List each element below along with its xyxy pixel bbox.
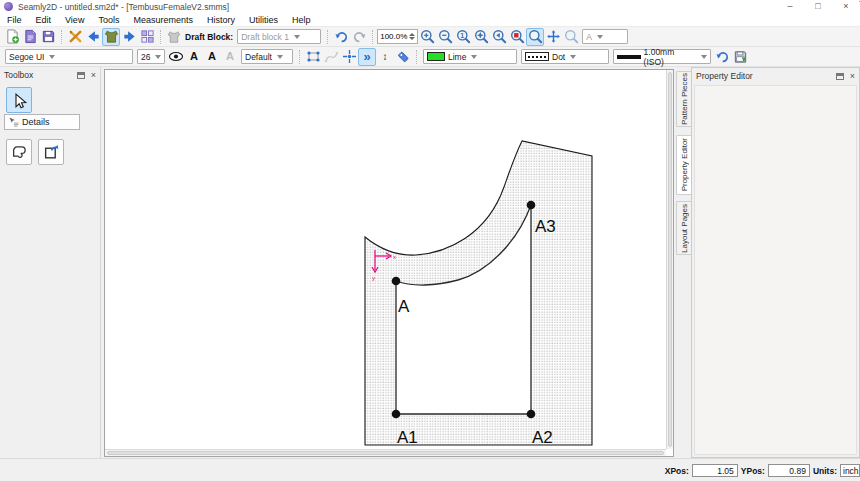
float-dock-icon[interactable]: [836, 73, 844, 80]
new-file-button[interactable]: [3, 28, 21, 46]
open-file-button[interactable]: [21, 28, 39, 46]
scrollbar-thumb[interactable]: [107, 451, 664, 455]
point-A2-label[interactable]: A2: [532, 428, 553, 447]
undo-button[interactable]: [332, 28, 350, 46]
toolbar-separator: [416, 50, 417, 64]
property-editor-title: Property Editor: [696, 71, 753, 81]
file-toolbar: Draft Block: Draft block 1 100.0% 1 A: [0, 27, 860, 47]
point-A3[interactable]: [527, 201, 536, 210]
axis-y-label: y: [372, 275, 375, 281]
menu-measurements[interactable]: Measurements: [126, 13, 200, 27]
draft-block-select[interactable]: Draft block 1: [237, 29, 321, 44]
reset-arrow-icon: [715, 49, 730, 64]
curve-details-button[interactable]: [322, 48, 340, 66]
canvas-horizontal-scrollbar[interactable]: [105, 449, 666, 456]
close-dock-icon[interactable]: ×: [91, 71, 96, 80]
property-tag-button[interactable]: [394, 48, 412, 66]
details-button[interactable]: Details: [4, 114, 80, 130]
menu-view[interactable]: View: [58, 13, 91, 27]
layout-icon: [140, 29, 155, 44]
zoom-spinner[interactable]: 100.0%: [377, 29, 418, 44]
scrollbar-thumb[interactable]: [668, 72, 672, 447]
line-weight-select[interactable]: 1.00mm (ISO): [613, 49, 711, 64]
chevron-down-icon: [49, 55, 55, 59]
property-editor-dock: Property Editor ×: [691, 67, 860, 458]
point-A3-label[interactable]: A3: [535, 217, 556, 236]
arrow-pointer-tool[interactable]: [6, 87, 32, 113]
spin-up-icon[interactable]: [409, 33, 415, 36]
close-dock-icon[interactable]: ×: [850, 72, 855, 81]
font-family-select[interactable]: Segoe UI: [5, 49, 133, 64]
maximize-button[interactable]: □: [804, 0, 832, 13]
save-defaults-button[interactable]: [731, 48, 749, 66]
menu-utilities[interactable]: Utilities: [242, 13, 285, 27]
point-A1-label[interactable]: A1: [397, 428, 418, 447]
interactive-tools-button[interactable]: »: [358, 48, 376, 66]
font-size-select[interactable]: 26: [137, 49, 165, 64]
up-down-arrow-icon: ↕: [383, 52, 388, 62]
minimize-button[interactable]: –: [776, 0, 804, 13]
zoom-out-button[interactable]: [436, 28, 454, 46]
zoom-selected-button[interactable]: [526, 28, 544, 46]
font-decrease-icon: A: [208, 51, 216, 62]
tab-layout-pages[interactable]: Layout Pages: [676, 201, 691, 255]
menu-edit[interactable]: Edit: [29, 13, 59, 27]
zoom-fit-best-button[interactable]: [472, 28, 490, 46]
pattern-piece-tool[interactable]: [6, 139, 32, 165]
float-dock-icon[interactable]: [77, 72, 85, 79]
tab-property-editor[interactable]: Property Editor: [676, 135, 691, 195]
close-button[interactable]: ×: [832, 0, 860, 13]
previous-draft-block-button[interactable]: [84, 28, 102, 46]
show-labels-button[interactable]: [167, 48, 185, 66]
reset-attributes-button[interactable]: [713, 48, 731, 66]
pan-button[interactable]: [544, 28, 562, 46]
toggle-vertical-button[interactable]: ↕: [376, 48, 394, 66]
label-color-icon: A: [226, 51, 234, 62]
zoom-to-point-button[interactable]: [562, 28, 580, 46]
zoom-point-select[interactable]: A: [582, 29, 628, 44]
increase-font-button[interactable]: A: [185, 48, 203, 66]
pencil-ruler-icon: [68, 29, 83, 44]
zoom-in-button[interactable]: [418, 28, 436, 46]
label-color-button[interactable]: A: [221, 48, 239, 66]
layout-mode-button[interactable]: [138, 28, 156, 46]
zoom-area-button[interactable]: [508, 28, 526, 46]
redo-button[interactable]: [350, 28, 368, 46]
point-A[interactable]: [392, 277, 401, 286]
zoom-out-icon: [438, 29, 453, 44]
line-weight-sample-icon: [617, 55, 641, 59]
menu-tools[interactable]: Tools: [91, 13, 126, 27]
canvas-vertical-scrollbar[interactable]: [666, 70, 673, 449]
point-A-label[interactable]: A: [398, 297, 410, 316]
draft-block-tool-button[interactable]: [165, 28, 183, 46]
menu-help[interactable]: Help: [285, 13, 318, 27]
line-type-select[interactable]: Dot: [521, 49, 609, 64]
line-color-select[interactable]: Lime: [423, 49, 517, 64]
tab-pattern-pieces[interactable]: Pattern Pieces: [676, 71, 691, 127]
draft-mode-button[interactable]: [102, 28, 120, 46]
crosshair-icon: [342, 49, 357, 64]
units-select[interactable]: inch: [840, 464, 860, 477]
edit-pattern-button[interactable]: [66, 28, 84, 46]
show-point-names-button[interactable]: [304, 48, 322, 66]
label-template-select[interactable]: Default: [241, 49, 293, 64]
point-A1[interactable]: [392, 410, 401, 419]
export-piece-tool[interactable]: [38, 139, 64, 165]
snap-to-point-button[interactable]: [340, 48, 358, 66]
tag-icon: [395, 49, 411, 64]
zoom-value: 100.0%: [380, 32, 407, 41]
menu-history[interactable]: History: [200, 13, 242, 27]
toolbar-separator: [61, 30, 62, 44]
draft-canvas[interactable]: x y A A1 A2 A3: [104, 69, 674, 457]
zoom-in-icon: [420, 29, 435, 44]
zoom-selected-icon: [528, 29, 543, 44]
zoom-original-button[interactable]: 1: [454, 28, 472, 46]
menu-file[interactable]: File: [0, 13, 29, 27]
point-A2[interactable]: [527, 410, 536, 419]
next-draft-block-button[interactable]: [120, 28, 138, 46]
decrease-font-button[interactable]: A: [203, 48, 221, 66]
save-icon: [41, 29, 56, 44]
save-button[interactable]: [39, 28, 57, 46]
spin-down-icon[interactable]: [409, 37, 415, 40]
zoom-previous-button[interactable]: [490, 28, 508, 46]
